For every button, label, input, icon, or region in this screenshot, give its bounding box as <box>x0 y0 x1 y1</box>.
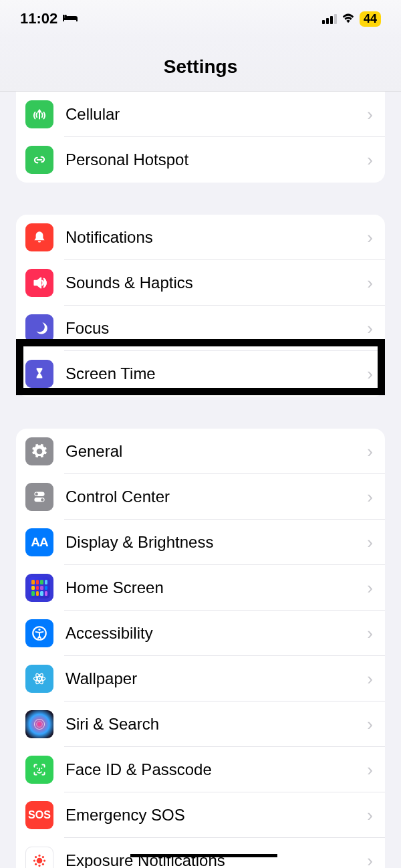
chevron-right-icon: › <box>367 760 373 780</box>
row-label: Siri & Search <box>65 715 367 734</box>
bed-icon <box>63 11 79 27</box>
focus-icon <box>25 314 53 342</box>
row-label: Notifications <box>65 228 367 247</box>
settings-group-network: Cellular › Personal Hotspot › <box>16 92 385 183</box>
row-label: Home Screen <box>65 578 367 597</box>
row-siri-search[interactable]: Siri & Search › <box>16 701 385 747</box>
chevron-right-icon: › <box>367 104 373 125</box>
cellular-signal-icon <box>322 13 337 24</box>
chevron-right-icon: › <box>367 805 373 826</box>
row-label: Focus <box>65 319 367 338</box>
status-right: 44 <box>322 10 381 27</box>
status-bar: 11:02 44 <box>0 0 401 37</box>
row-label: Accessibility <box>65 624 367 643</box>
svg-point-17 <box>38 855 40 857</box>
chevron-right-icon: › <box>367 273 373 294</box>
svg-point-15 <box>41 768 42 769</box>
screen-time-icon <box>25 360 53 388</box>
chevron-right-icon: › <box>367 487 373 508</box>
chevron-right-icon: › <box>367 150 373 171</box>
svg-point-18 <box>38 865 40 867</box>
status-time: 11:02 <box>20 10 57 27</box>
svg-point-21 <box>35 856 37 858</box>
row-screen-time[interactable]: Screen Time › <box>16 351 385 397</box>
row-accessibility[interactable]: Accessibility › <box>16 611 385 656</box>
chevron-right-icon: › <box>367 578 373 599</box>
page-title: Settings <box>0 56 401 78</box>
svg-point-19 <box>33 859 35 861</box>
row-general[interactable]: General › <box>16 429 385 474</box>
row-label: Sounds & Haptics <box>65 274 367 292</box>
display-icon: AA <box>25 528 53 556</box>
chevron-right-icon: › <box>367 532 373 553</box>
face-id-icon <box>25 756 53 784</box>
exposure-icon <box>25 847 53 868</box>
strikethrough-annotation <box>130 854 277 857</box>
svg-point-24 <box>42 863 44 865</box>
row-face-id-passcode[interactable]: Face ID & Passcode › <box>16 747 385 792</box>
chevron-right-icon: › <box>367 318 373 339</box>
row-label: Control Center <box>65 487 367 506</box>
home-screen-icon <box>25 574 53 602</box>
accessibility-icon <box>25 619 53 647</box>
svg-point-13 <box>37 722 43 728</box>
battery-indicator: 44 <box>360 11 381 27</box>
wifi-icon <box>341 10 356 27</box>
row-label: Face ID & Passcode <box>65 760 367 779</box>
row-label: Cellular <box>65 105 367 124</box>
status-left: 11:02 <box>20 10 79 27</box>
sos-icon: SOS <box>25 801 53 829</box>
svg-point-23 <box>35 863 37 865</box>
row-label: Emergency SOS <box>65 806 367 825</box>
siri-icon <box>25 710 53 738</box>
row-home-screen[interactable]: Home Screen › <box>16 565 385 611</box>
chevron-right-icon: › <box>367 714 373 735</box>
row-sounds-haptics[interactable]: Sounds & Haptics › <box>16 260 385 306</box>
general-icon <box>25 437 53 465</box>
hotspot-icon <box>25 146 53 174</box>
chevron-right-icon: › <box>367 851 373 869</box>
svg-point-2 <box>35 493 38 496</box>
notifications-icon <box>25 223 53 251</box>
row-display-brightness[interactable]: AA Display & Brightness › <box>16 520 385 565</box>
row-control-center[interactable]: Control Center › <box>16 474 385 520</box>
svg-point-16 <box>37 858 43 864</box>
row-label: Screen Time <box>65 364 367 383</box>
svg-point-20 <box>43 859 45 861</box>
row-personal-hotspot[interactable]: Personal Hotspot › <box>16 137 385 183</box>
row-wallpaper[interactable]: Wallpaper › <box>16 656 385 701</box>
svg-point-12 <box>34 719 44 729</box>
wallpaper-icon <box>25 665 53 693</box>
row-label: Display & Brightness <box>65 533 367 552</box>
navigation-bar: Settings <box>0 37 401 92</box>
chevron-right-icon: › <box>367 623 373 644</box>
chevron-right-icon: › <box>367 364 373 385</box>
settings-group-system: General › Control Center › AA Display & … <box>16 429 385 868</box>
svg-point-22 <box>42 856 44 858</box>
settings-group-attention: Notifications › Sounds & Haptics › Focus… <box>16 215 385 397</box>
sounds-icon <box>25 269 53 297</box>
svg-point-4 <box>41 498 43 501</box>
chevron-right-icon: › <box>367 669 373 689</box>
chevron-right-icon: › <box>367 441 373 462</box>
row-focus[interactable]: Focus › <box>16 306 385 351</box>
svg-point-8 <box>39 678 40 679</box>
row-notifications[interactable]: Notifications › <box>16 215 385 260</box>
row-label: Wallpaper <box>65 669 367 688</box>
row-label: General <box>65 442 367 461</box>
row-label: Personal Hotspot <box>65 150 367 169</box>
svg-point-14 <box>37 768 38 769</box>
svg-point-6 <box>38 629 40 631</box>
chevron-right-icon: › <box>367 227 373 248</box>
row-emergency-sos[interactable]: SOS Emergency SOS › <box>16 792 385 838</box>
row-exposure-notifications[interactable]: Exposure Notifications › <box>16 838 385 868</box>
svg-rect-0 <box>63 18 78 19</box>
cellular-icon <box>25 100 53 128</box>
control-center-icon <box>25 483 53 511</box>
row-cellular[interactable]: Cellular › <box>16 92 385 137</box>
